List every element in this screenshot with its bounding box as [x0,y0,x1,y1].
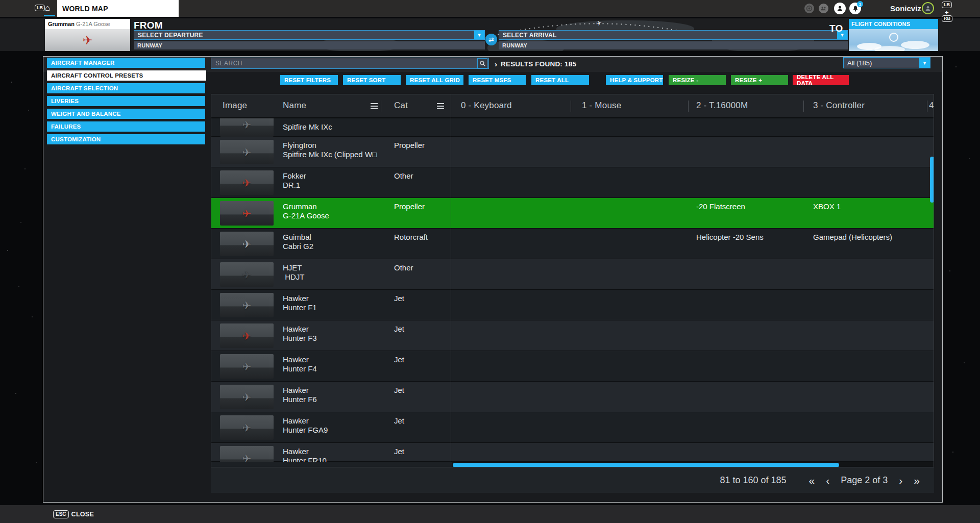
search-button[interactable] [477,58,487,68]
table-row-3[interactable]: ✈GrummanG-21A GoosePropeller-20 Flatscre… [211,198,934,229]
close-button[interactable]: ESC CLOSE [53,510,94,518]
selected-aircraft-card[interactable]: Grumman G-21A Goose ✈ [45,19,130,51]
cell-name: HawkerHunter FR10 [283,447,327,462]
plane-icon: ✈ [242,422,252,433]
toolbar-button-2[interactable]: RESET ALL GRID [406,75,463,85]
results-found: › RESULTS FOUND: 185 [495,59,576,69]
departure-runway[interactable]: RUNWAY [134,41,485,49]
aircraft-thumbnail: ✈ [220,232,274,256]
column-header-4[interactable]: 1 - Mouse [582,101,621,111]
friends-icon[interactable] [819,4,828,13]
sidebar-item-4[interactable]: WEIGHT AND BALANCE [47,109,205,119]
table-row-8[interactable]: ✈HawkerHunter F4Jet [211,351,934,382]
departure-select[interactable]: SELECT DEPARTURE ▾ [134,30,485,40]
column-header-1[interactable]: Name [283,101,306,111]
sidebar-item-1[interactable]: AIRCRAFT CONTROL PRESETS [47,70,206,81]
username[interactable]: Sonicviz [890,4,921,13]
page-title: WORLD MAP [62,5,108,13]
first-page-icon[interactable]: « [809,475,815,486]
column-header-0[interactable]: Image [223,101,247,111]
flight-conditions-title: FLIGHT CONDITIONS [851,21,910,27]
arrival-select[interactable]: SELECT ARRIVAL ▾ [499,30,848,40]
toolbar-button-4[interactable]: RESET ALL [531,75,589,85]
horizontal-scrollbar[interactable] [453,463,839,467]
table-row-10[interactable]: ✈HawkerHunter FGA9Jet [211,412,934,443]
toolbar-button-0[interactable]: RESET FILTERS [280,75,338,85]
lb-key-hint-right: LB [942,2,952,8]
arrival-runway[interactable]: RUNWAY [499,41,848,49]
sidebar-item-2[interactable]: AIRCRAFT SELECTION [47,83,205,93]
toolbar-button-1[interactable]: RESET SORT [343,75,401,85]
category-filter-dropdown[interactable]: All (185) ▾ [843,57,930,68]
search-box [211,58,489,69]
tab-world-map[interactable]: WORLD MAP [57,0,179,17]
table-row-7[interactable]: ✈HawkerHunter F3Jet [211,320,934,351]
last-page-icon[interactable]: » [914,475,920,486]
cell-name: HawkerHunter FGA9 [283,416,328,435]
vertical-scrollbar[interactable] [930,157,934,203]
previous-page-icon[interactable]: ‹ [826,475,829,486]
sort-menu-icon[interactable] [437,103,444,109]
cell-category: Jet [394,294,404,303]
magnifier-icon [479,60,486,67]
table-row-1[interactable]: ✈FlyingIronSpitfire Mk IXc (Clipped W□Pr… [211,137,934,167]
aircraft-thumbnail: ✈ [220,293,274,317]
table-row-2[interactable]: ✈FokkerDR.1Other [211,167,934,198]
cell-category: Jet [394,355,404,364]
cell-category: Propeller [394,141,425,150]
toolbar-button-5[interactable]: HELP & SUPPORT [606,75,663,85]
next-page-icon[interactable]: › [899,475,902,486]
flight-conditions-card[interactable]: FLIGHT CONDITIONS [849,19,938,51]
column-header-5[interactable]: 2 - T.16000M [696,101,748,111]
profile-icon[interactable] [834,3,846,14]
table-row-9[interactable]: ✈HawkerHunter F6Jet [211,382,934,412]
avatar[interactable] [922,2,934,14]
plane-icon: ✈ [242,331,252,341]
lb-key-hint: LB [35,5,45,11]
table-row-5[interactable]: ✈HJET HDJTOther [211,259,934,290]
chevron-down-icon[interactable]: ▾ [474,31,484,39]
plane-icon: ✈ [242,269,252,280]
sidebar-item-0[interactable]: AIRCRAFT MANAGER [47,58,205,68]
swap-icon[interactable]: ⇄ [485,34,497,45]
rb-key-hint: RB [942,15,952,22]
cell-name: HawkerHunter F3 [283,325,317,343]
toolbar-button-3[interactable]: RESET MSFS [469,75,526,85]
toolbar-button-6[interactable]: RESIZE - [669,75,726,85]
sort-menu-icon[interactable] [371,103,378,109]
cell-category: Other [394,171,413,181]
header-separator [927,101,927,112]
sidebar-item-3[interactable]: LIVERIES [47,96,205,106]
from-label: FROM [134,20,163,31]
toolbar-button-8[interactable]: DELETE ALL DATA [793,75,849,85]
sidebar-item-6[interactable]: CUSTOMIZATION [47,134,205,144]
sidebar: AIRCRAFT MANAGERAIRCRAFT CONTROL PRESETS… [47,58,206,147]
table-row-0[interactable]: ✈Spitfire Mk IXc [211,118,934,137]
cell-category: Other [394,263,413,272]
home-icon[interactable]: ⌂ [45,4,50,12]
home-active-underline [44,15,55,16]
chevron-down-icon[interactable]: ▾ [919,58,930,68]
search-input[interactable] [211,60,488,67]
sun-cloud-icon [849,29,938,51]
notifications-icon[interactable]: 1 [849,3,861,14]
cell-category: Jet [394,386,404,395]
aircraft-thumbnail: ✈ [220,354,274,379]
table-row-6[interactable]: ✈HawkerHunter F1Jet [211,290,934,320]
table-row-11[interactable]: ✈HawkerHunter FR10Jet [211,443,934,462]
page-indicator: Page 2 of 3 [841,475,888,486]
aircraft-thumbnail: ✈ [220,140,274,164]
radar-icon[interactable] [804,4,814,13]
selected-aircraft-image: ✈ [45,29,130,51]
toolbar-button-7[interactable]: RESIZE + [731,75,788,85]
aircraft-grid: ImageNameCat0 - Keyboard1 - Mouse2 - T.1… [211,94,934,467]
cell-t16000m: -20 Flatscreen [696,202,745,211]
column-header-2[interactable]: Cat [394,101,408,111]
plane-icon: ✈ [242,453,252,462]
column-header-6[interactable]: 3 - Controller [813,101,865,111]
sidebar-item-5[interactable]: FAILURES [47,121,205,132]
plane-icon: ✈ [242,361,252,372]
table-row-4[interactable]: ✈GuimbalCabri G2RotorcraftHelicopter -20… [211,229,934,259]
column-header-3[interactable]: 0 - Keyboard [461,101,512,111]
results-count: RESULTS FOUND: 185 [501,60,576,68]
